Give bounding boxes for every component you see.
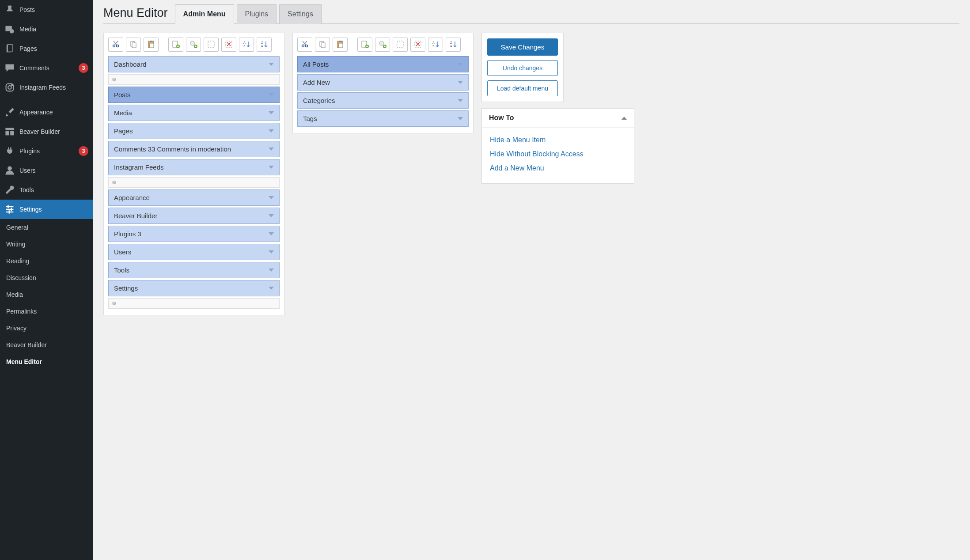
submenu-item[interactable]: All Posts <box>297 56 469 72</box>
sidebar-item-tools[interactable]: Tools <box>0 180 93 200</box>
sidebar-item-beaver-builder[interactable]: Beaver Builder <box>0 122 93 141</box>
menu-item[interactable]: Plugins 3 <box>108 226 280 242</box>
expand-icon[interactable] <box>269 166 274 169</box>
sort-asc-button[interactable]: AZ <box>428 38 443 52</box>
sidebar-subitem-general[interactable]: General <box>0 219 93 236</box>
expand-icon[interactable] <box>458 63 463 66</box>
sidebar-subitem-reading[interactable]: Reading <box>0 253 93 269</box>
new-separator-button[interactable] <box>186 38 201 52</box>
menu-item[interactable]: Settings <box>108 280 280 296</box>
hide-button[interactable] <box>393 38 408 52</box>
menu-item[interactable]: Comments 33 Comments in moderation <box>108 141 280 157</box>
wrench-icon <box>4 185 15 195</box>
menu-item[interactable]: Dashboard <box>108 56 280 72</box>
new-menu-button[interactable] <box>357 38 372 52</box>
cut-button[interactable] <box>297 38 312 52</box>
menu-item[interactable]: Users <box>108 244 280 260</box>
user-icon <box>4 165 15 176</box>
undo-button[interactable]: Undo changes <box>487 60 558 76</box>
sidebar-subitem-permalinks[interactable]: Permalinks <box>0 303 93 320</box>
collapse-icon[interactable] <box>621 117 627 120</box>
expand-icon[interactable] <box>269 250 274 254</box>
expand-icon[interactable] <box>269 93 274 96</box>
new-separator-button[interactable] <box>375 38 390 52</box>
submenu-item[interactable]: Categories <box>297 92 469 109</box>
menu-item[interactable]: Tools <box>108 262 280 278</box>
header-row: Menu Editor Admin MenuPluginsSettings <box>103 4 959 24</box>
svg-text:A: A <box>261 45 263 48</box>
sidebar-item-appearance[interactable]: Appearance <box>0 102 93 122</box>
save-button[interactable]: Save Changes <box>487 38 558 56</box>
sidebar-subitem-menu-editor[interactable]: Menu Editor <box>0 353 93 370</box>
action-box: Save Changes Undo changes Load default m… <box>481 33 564 102</box>
sidebar-subitem-media[interactable]: Media <box>0 286 93 303</box>
paste-button[interactable] <box>333 38 348 52</box>
sidebar-item-plugins[interactable]: Plugins3 <box>0 141 93 161</box>
expand-icon[interactable] <box>269 214 274 217</box>
sidebar-item-comments[interactable]: Comments3 <box>0 58 93 78</box>
menu-item[interactable]: Instagram Feeds <box>108 159 280 175</box>
expand-icon[interactable] <box>269 232 274 235</box>
sidebar-item-instagram-feeds[interactable]: Instagram Feeds <box>0 78 93 97</box>
new-menu-button[interactable] <box>168 38 183 52</box>
sidebar-subitem-privacy[interactable]: Privacy <box>0 320 93 337</box>
menu-item-label: Users <box>114 248 131 256</box>
menu-separator[interactable] <box>108 177 280 188</box>
expand-icon[interactable] <box>269 148 274 151</box>
expand-icon[interactable] <box>269 287 274 290</box>
menu-separator[interactable] <box>108 298 280 309</box>
copy-button[interactable] <box>126 38 141 52</box>
svg-rect-15 <box>11 208 11 211</box>
expand-icon[interactable] <box>458 99 463 102</box>
sidebar-subitem-beaver-builder[interactable]: Beaver Builder <box>0 337 93 353</box>
sidebar-item-posts[interactable]: Posts <box>0 0 93 19</box>
menu-item[interactable]: Pages <box>108 123 280 139</box>
sub-menu-list: All PostsAdd NewCategoriesTags <box>297 56 469 127</box>
expand-icon[interactable] <box>269 63 274 66</box>
delete-button[interactable] <box>410 38 425 52</box>
submenu-item-label: Add New <box>303 79 330 86</box>
load-default-button[interactable]: Load default menu <box>487 80 558 96</box>
expand-icon[interactable] <box>269 129 274 132</box>
menu-item-label: Media <box>114 109 132 117</box>
menu-item[interactable]: Media <box>108 105 280 121</box>
sort-desc-button[interactable]: ZA <box>446 38 461 52</box>
submenu-item[interactable]: Add New <box>297 74 469 91</box>
expand-icon[interactable] <box>269 269 274 272</box>
svg-rect-45 <box>397 41 403 47</box>
sidebar-subitem-discussion[interactable]: Discussion <box>0 269 93 286</box>
sliders-icon <box>4 204 15 215</box>
expand-icon[interactable] <box>269 111 274 114</box>
svg-text:Z: Z <box>243 45 246 48</box>
howto-box: How To Hide a Menu ItemHide Without Bloc… <box>481 108 634 184</box>
expand-icon[interactable] <box>458 81 463 84</box>
sidebar-item-users[interactable]: Users <box>0 161 93 180</box>
menu-item[interactable]: Beaver Builder <box>108 208 280 224</box>
howto-link[interactable]: Hide Without Blocking Access <box>490 147 626 161</box>
sidebar-item-media[interactable]: Media <box>0 19 93 39</box>
menu-item[interactable]: Posts <box>108 87 280 103</box>
separator-handle-icon <box>112 78 116 81</box>
tab-admin-menu[interactable]: Admin Menu <box>175 4 234 24</box>
sidebar-item-pages[interactable]: Pages <box>0 39 93 58</box>
hide-button[interactable] <box>204 38 219 52</box>
expand-icon[interactable] <box>458 117 463 120</box>
menu-item[interactable]: Appearance <box>108 189 280 206</box>
howto-link[interactable]: Add a New Menu <box>490 161 626 175</box>
paste-button[interactable] <box>144 38 159 52</box>
expand-icon[interactable] <box>269 196 274 199</box>
menu-separator[interactable] <box>108 74 280 85</box>
copy-button[interactable] <box>315 38 330 52</box>
sidebar-item-settings[interactable]: Settings <box>0 200 93 219</box>
submenu-item[interactable]: Tags <box>297 110 469 127</box>
howto-link[interactable]: Hide a Menu Item <box>490 133 626 147</box>
menu-item-label: Posts <box>114 91 131 98</box>
cut-button[interactable] <box>108 38 123 52</box>
tab-plugins[interactable]: Plugins <box>237 4 277 24</box>
tab-settings[interactable]: Settings <box>279 4 322 24</box>
sort-asc-icon: AZ <box>431 40 440 50</box>
sort-desc-button[interactable]: ZA <box>257 38 272 52</box>
sidebar-subitem-writing[interactable]: Writing <box>0 236 93 253</box>
sort-asc-button[interactable]: AZ <box>239 38 254 52</box>
delete-button[interactable] <box>221 38 236 52</box>
